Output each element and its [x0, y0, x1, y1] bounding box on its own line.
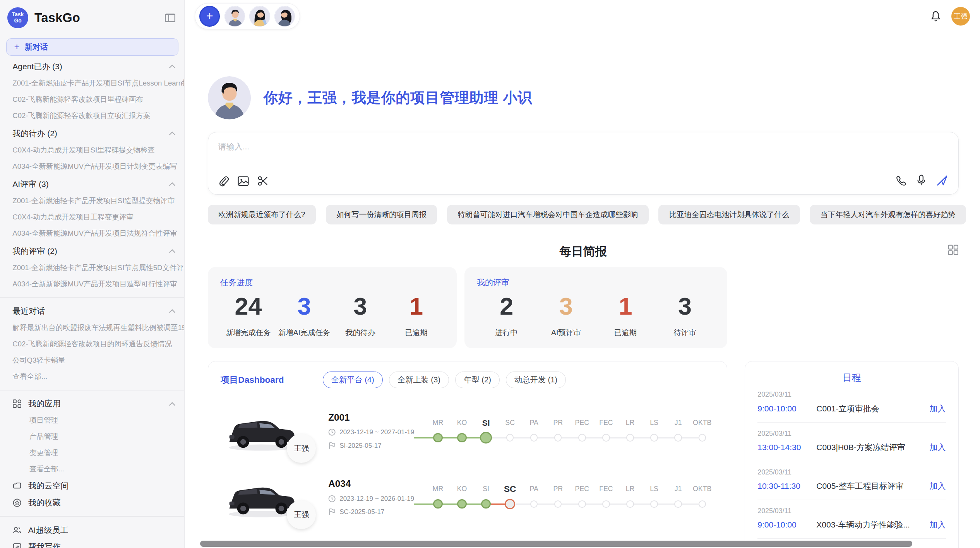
join-meeting-link[interactable]: 加入 [930, 442, 946, 453]
screenshot-button[interactable] [257, 175, 269, 187]
phone-icon [896, 175, 907, 186]
chevron-up-icon [169, 249, 176, 253]
milestone-label: OKTB [693, 417, 711, 428]
sidebar-item[interactable]: A034-全新新能源MUV产品开发项目计划变更表编写 [0, 158, 184, 175]
milestone-dot [554, 500, 562, 508]
schedule-name: C003|H0B-方案冻结评审 [816, 442, 929, 453]
app-subitem[interactable]: 查看全部... [0, 461, 184, 477]
stat-value: 3 [332, 293, 389, 320]
insert-image-button[interactable] [238, 176, 249, 186]
join-meeting-link[interactable]: 加入 [930, 481, 946, 491]
ai-staff-label: AI超级员工 [28, 525, 69, 536]
suggestion-chip[interactable]: 欧洲新规最近颁布了什么? [208, 205, 316, 225]
sidebar-item[interactable]: 查看全部... [0, 368, 184, 385]
agent-avatar-2[interactable] [249, 6, 270, 26]
agent-avatar-1[interactable] [224, 6, 245, 26]
task-progress-stats: 24 新增完成任务 3 新增AI完成任务 3 我的待办 [220, 293, 444, 338]
horizontal-scrollbar[interactable] [200, 541, 912, 547]
sidebar-item[interactable]: 公司Q3轻卡销量 [0, 352, 184, 368]
attach-file-button[interactable] [218, 175, 229, 187]
composer-placeholder: 请输入... [218, 141, 250, 152]
stat-value: 3 [655, 293, 715, 320]
sidebar-section-header[interactable]: Agent已办 (3) [0, 58, 184, 75]
suggestion-chip[interactable]: 比亚迪全固态电池计划具体说了什么 [658, 205, 800, 225]
voice-call-button[interactable] [896, 175, 907, 186]
milestone-dot [602, 434, 610, 441]
ai-staff-icon [12, 526, 22, 535]
milestone-label: SI [482, 417, 490, 428]
add-agent-button[interactable]: + [199, 6, 220, 26]
dashboard-title: 项目Dashboard [221, 374, 284, 386]
agent-avatar-3[interactable] [274, 6, 295, 26]
project-flag-text: SI-2025-05-17 [339, 442, 381, 450]
project-row-z001[interactable]: 王强 Z001 2023-12-19 ~ 2027-01-19 SI-2025-… [221, 402, 714, 460]
sidebar-item[interactable]: Z001-全新燃油轻卡产品开发项目SI造型提交物评审 [0, 193, 184, 209]
project-code: A034 [328, 478, 423, 489]
sidebar-item[interactable]: C02-飞腾新能源轻客改款项目里程碑画布 [0, 91, 184, 108]
sidebar-item[interactable]: A034-全新新能源MUV产品开发项目造型可行性评审 [0, 276, 184, 292]
layout-toggle-button[interactable] [948, 245, 958, 255]
my-review-card: 我的评审 2 进行中 3 AI预评审 [464, 267, 727, 348]
user-avatar[interactable]: 王强 [951, 7, 970, 26]
milestone: PR [546, 483, 570, 511]
sidebar-item[interactable]: 解释最新出台的欧盟报废车法规再生塑料比例被调至15%... [0, 320, 184, 336]
sidebar-section-ai-review: AI评审 (3) Z001-全新燃油轻卡产品开发项目SI造型提交物评审C0X4-… [0, 176, 184, 241]
my-apps-items: 项目管理产品管理变更管理查看全部... [0, 412, 184, 477]
sidebar-item[interactable]: C0X4-动力总成开发项目SI里程碑提交物检查 [0, 142, 184, 158]
sidebar-section-header[interactable]: 最近对话 [0, 303, 184, 320]
sidebar-section-agent-done: Agent已办 (3) Z001-全新燃油皮卡产品开发项目SI节点Lesson … [0, 58, 184, 124]
dashboard-tab[interactable]: 年型 (2) [455, 372, 500, 389]
send-button[interactable] [936, 174, 948, 187]
stat-value: 1 [596, 293, 655, 320]
notifications-button[interactable] [930, 10, 941, 22]
milestone-dot [457, 499, 466, 509]
sidebar-section-header[interactable]: 我的待办 (2) [0, 125, 184, 142]
voice-input-button[interactable] [917, 175, 926, 187]
grid-icon [948, 245, 958, 255]
suggestion-chip[interactable]: 如何写一份清晰的项目周报 [326, 205, 437, 225]
section-items: 解释最新出台的欧盟报废车法规再生塑料比例被调至15%...C02-飞腾新能源轻客… [0, 320, 184, 385]
avatar-female-icon [250, 6, 270, 26]
sidebar-item[interactable]: C02-飞腾新能源轻客改款项目立项汇报方案 [0, 108, 184, 124]
panel-collapse-icon [165, 14, 175, 22]
join-meeting-link[interactable]: 加入 [930, 403, 946, 414]
sidebar-section-header[interactable]: AI评审 (3) [0, 176, 184, 193]
milestone-dot [699, 500, 706, 508]
milestone-label: FEC [599, 417, 613, 428]
suggestion-chip[interactable]: 特朗普可能对进口汽车增税会对中国车企造成哪些影响 [447, 205, 648, 225]
project-row-a034[interactable]: 王强 A034 2023-12-19 ~ 2026-01-19 SC-2025-… [221, 468, 714, 526]
section-title: 最近对话 [12, 306, 45, 317]
project-dates-text: 2023-12-19 ~ 2027-01-19 [339, 428, 414, 436]
dashboard-tab[interactable]: 全新平台 (4) [323, 372, 383, 389]
app-subitem[interactable]: 变更管理 [0, 445, 184, 461]
app-title: TaskGo [34, 11, 80, 25]
sidebar-item[interactable]: C02-飞腾新能源轻客改款项目的闭环通告反馈情况 [0, 336, 184, 352]
schedule-item: 2025/03/11 10:30-11:30 C005-整车工程目标评审 加入 [757, 461, 946, 500]
project-code: Z001 [328, 412, 423, 423]
sidebar-item[interactable]: A034-全新新能源MUV产品开发项目法规符合性评审 [0, 225, 184, 241]
join-meeting-link[interactable]: 加入 [930, 519, 946, 530]
suggestion-chip[interactable]: 当下年轻人对汽车外观有怎样的喜好趋势 [810, 205, 966, 225]
schedule-name: C005-整车工程目标评审 [816, 481, 929, 491]
composer[interactable]: 请输入... [208, 132, 959, 195]
sidebar-section-header[interactable]: 我的评审 (2) [0, 243, 184, 260]
project-flag-text: SC-2025-05-17 [339, 508, 384, 516]
dashboard-tab[interactable]: 动总开发 (1) [506, 372, 566, 389]
sidebar-item-cloud-space[interactable]: 我的云空间 [0, 477, 184, 494]
milestone-label: OKTB [693, 483, 711, 495]
sidebar-item-write-for-me[interactable]: 帮我写作 [0, 539, 184, 548]
sidebar-item[interactable]: Z001-全新燃油轻卡产品开发项目SI节点属性5D文件评审 [0, 260, 184, 276]
app-subitem[interactable]: 项目管理 [0, 412, 184, 428]
new-chat-button[interactable]: + 新对话 [6, 38, 178, 56]
sidebar-item-favorites[interactable]: 我的收藏 [0, 494, 184, 511]
milestone-dot [433, 433, 442, 442]
app-subitem[interactable]: 产品管理 [0, 428, 184, 445]
sidebar-item[interactable]: Z001-全新燃油皮卡产品开发项目SI节点Lesson Learn报告 [0, 75, 184, 91]
sidebar-item-my-apps[interactable]: 我的应用 [0, 396, 184, 413]
sidebar-item[interactable]: C0X4-动力总成开发项目工程变更评审 [0, 209, 184, 225]
sidebar-item-ai-staff[interactable]: AI超级员工 [0, 522, 184, 539]
stat-value: 1 [388, 293, 444, 320]
project-dates-text: 2023-12-19 ~ 2026-01-19 [339, 495, 414, 503]
dashboard-tab[interactable]: 全新上装 (3) [389, 372, 449, 389]
sidebar-collapse-button[interactable] [165, 14, 175, 22]
